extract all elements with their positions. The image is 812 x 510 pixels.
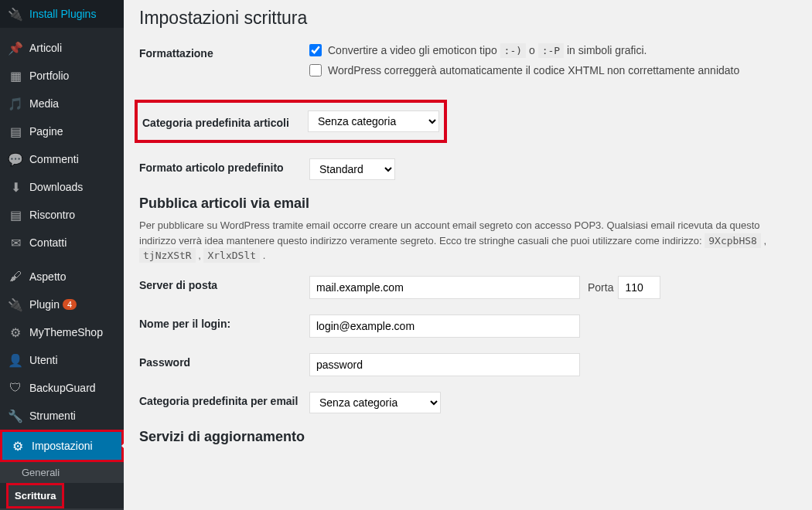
page-title: Impostazioni scrittura bbox=[139, 8, 797, 29]
feedback-icon: ▤ bbox=[8, 207, 23, 223]
main-content: Impostazioni scrittura Formattazione Con… bbox=[124, 0, 812, 510]
media-icon: 🎵 bbox=[8, 96, 23, 111]
default-category-select[interactable]: Senza categoria bbox=[308, 110, 439, 132]
default-format-label: Formato articolo predefinito bbox=[139, 158, 309, 174]
email-category-label: Categoria predefinita per email bbox=[139, 392, 309, 407]
sidebar-item-downloads[interactable]: ⬇Downloads bbox=[0, 173, 124, 201]
sidebar-item-backupguard[interactable]: 🛡BackupGuard bbox=[0, 374, 124, 402]
emoticon-label: Convertire a video gli emoticon tipo :-)… bbox=[328, 44, 647, 56]
email-post-heading: Pubblica articoli via email bbox=[139, 196, 797, 212]
default-category-label: Categoria predefinita articoli bbox=[142, 114, 308, 129]
page-icon: ▤ bbox=[8, 124, 23, 139]
sidebar-item-impostazioni[interactable]: ⚙Impostazioni bbox=[0, 430, 124, 462]
xhtml-checkbox[interactable] bbox=[309, 64, 322, 76]
sidebar-item-strumenti[interactable]: 🔧Strumenti bbox=[0, 402, 124, 430]
formatting-label: Formattazione bbox=[139, 44, 309, 60]
sidebar-item-portfolio[interactable]: ▦Portfolio bbox=[0, 62, 124, 90]
sidebar-item-plugin[interactable]: 🔌Plugin4 bbox=[0, 291, 124, 318]
default-category-highlight: Categoria predefinita articoli Senza cat… bbox=[135, 100, 447, 143]
sidebar-item-pagine[interactable]: ▤Pagine bbox=[0, 117, 124, 145]
sidebar-item-install-plugins[interactable]: 🔌Install Plugins bbox=[0, 0, 124, 28]
port-label: Porta bbox=[588, 281, 613, 294]
mail-icon: ✉ bbox=[8, 235, 23, 250]
plug-icon: 🔌 bbox=[8, 297, 23, 312]
sidebar-item-utenti[interactable]: 👤Utenti bbox=[0, 346, 124, 374]
password-input[interactable] bbox=[309, 353, 580, 376]
emoticon-checkbox[interactable] bbox=[309, 44, 322, 56]
comment-icon: 💬 bbox=[8, 151, 23, 167]
shield-icon: 🛡 bbox=[8, 380, 23, 396]
sidebar-item-mythemeshop[interactable]: ⚙MyThemeShop bbox=[0, 318, 124, 346]
password-label: Password bbox=[139, 353, 309, 369]
brush-icon: 🖌 bbox=[8, 269, 23, 284]
grid-icon: ▦ bbox=[8, 68, 23, 83]
download-icon: ⬇ bbox=[8, 179, 23, 195]
sidebar-item-riscontro[interactable]: ▤Riscontro bbox=[0, 201, 124, 229]
mail-server-input[interactable] bbox=[309, 276, 580, 299]
email-post-description: Per pubblicare su WordPress tramite emai… bbox=[139, 218, 797, 264]
xhtml-label: WordPress correggerà automaticamente il … bbox=[328, 64, 739, 76]
sidebar-item-aspetto[interactable]: 🖌Aspetto bbox=[0, 263, 124, 291]
plug-icon: 🔌 bbox=[8, 6, 23, 22]
sliders-icon: ⚙ bbox=[10, 438, 26, 454]
wrench-icon: 🔧 bbox=[8, 408, 23, 423]
sidebar-sub-generali[interactable]: Generali bbox=[0, 462, 124, 483]
theme-icon: ⚙ bbox=[8, 325, 23, 340]
port-input[interactable] bbox=[618, 276, 660, 299]
default-format-select[interactable]: Standard bbox=[309, 158, 395, 180]
mail-server-label: Server di posta bbox=[139, 276, 309, 291]
sidebar-item-commenti[interactable]: 💬Commenti bbox=[0, 145, 124, 173]
update-badge: 4 bbox=[63, 299, 77, 310]
users-icon: 👤 bbox=[8, 352, 23, 368]
email-category-select[interactable]: Senza categoria bbox=[309, 392, 441, 413]
sidebar-item-media[interactable]: 🎵Media bbox=[0, 90, 124, 117]
update-services-heading: Servizi di aggiornamento bbox=[139, 429, 797, 445]
login-label: Nome per il login: bbox=[139, 314, 309, 330]
sidebar-item-articoli[interactable]: 📌Articoli bbox=[0, 34, 124, 62]
login-input[interactable] bbox=[309, 314, 580, 338]
admin-sidebar: 🔌Install Plugins 📌Articoli ▦Portfolio 🎵M… bbox=[0, 0, 124, 510]
sidebar-item-contatti[interactable]: ✉Contatti bbox=[0, 229, 124, 257]
pin-icon: 📌 bbox=[8, 40, 23, 56]
sidebar-sub-scrittura[interactable]: Scrittura bbox=[6, 483, 64, 508]
